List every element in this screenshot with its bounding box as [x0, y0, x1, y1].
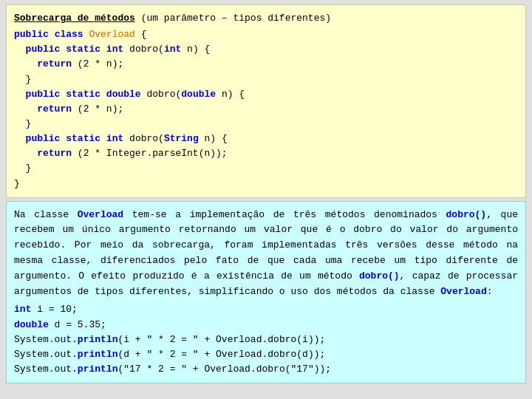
code-line-2: public static int dobro(int n) {: [14, 42, 518, 57]
code-line-8: public static int dobro(String n) {: [14, 132, 518, 146]
code-line-9: return (2 * Integer.parseInt(n));: [14, 146, 518, 161]
bottom-code-line-2: double d = 5.35;: [14, 318, 518, 332]
code-line-10: }: [14, 161, 518, 176]
code-line-5: public static double dobro(double n) {: [14, 87, 518, 102]
code-line-1: public class Overload {: [14, 27, 518, 42]
bottom-code-line-4: System.out.println(d + " * 2 = " + Overl…: [14, 347, 518, 362]
top-code-panel: Sobrecarga de métodos (um parâmetro – ti…: [6, 4, 526, 198]
title-suffix: (um parâmetro – tipos diferentes): [135, 13, 331, 24]
title-underline: Sobrecarga de métodos: [14, 13, 135, 24]
bottom-code-line-3: System.out.println(i + " * 2 = " + Overl…: [14, 332, 518, 347]
code-line-4: }: [14, 72, 518, 87]
bottom-code-block: int i = 10; double d = 5.35; System.out.…: [14, 302, 518, 377]
bottom-description-panel: Na classe Overload tem-se a implementaçã…: [6, 201, 526, 383]
panel-title: Sobrecarga de métodos (um parâmetro – ti…: [14, 11, 518, 26]
code-line-7: }: [14, 117, 518, 132]
code-line-11: }: [14, 177, 518, 191]
bottom-code-line-1: int i = 10;: [14, 302, 518, 317]
code-line-3: return (2 * n);: [14, 57, 518, 72]
bottom-code-line-5: System.out.println("17 * 2 = " + Overloa…: [14, 362, 518, 377]
prose-text: Na classe Overload tem-se a implementaçã…: [14, 208, 518, 300]
code-line-6: return (2 * n);: [14, 102, 518, 117]
